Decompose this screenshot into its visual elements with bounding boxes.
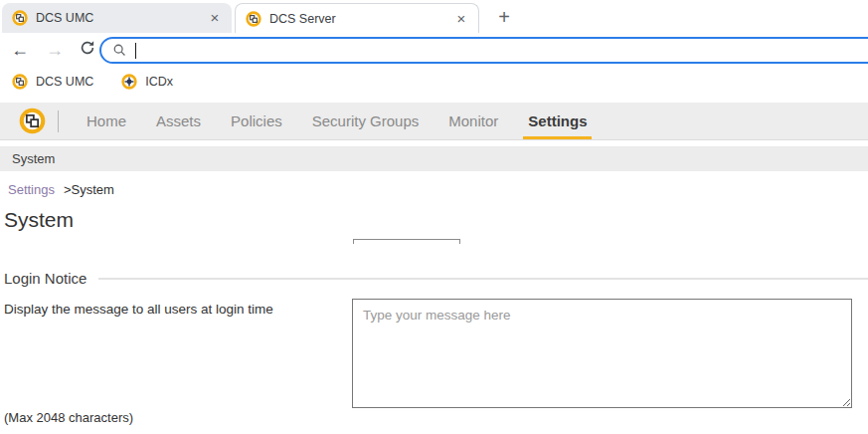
new-tab-button[interactable]: + (491, 5, 517, 31)
tab-strip: DCS UMC × DCS Server × + (0, 0, 868, 33)
nav-items: Home Assets Policies Security Groups Mon… (72, 103, 602, 139)
breadcrumb-settings-link[interactable]: Settings (8, 182, 55, 197)
nav-item-policies[interactable]: Policies (216, 103, 297, 139)
browser-toolbar: ← → (0, 33, 868, 67)
nav-item-assets[interactable]: Assets (141, 103, 216, 139)
section-divider (98, 278, 868, 280)
tab-title: DCS UMC (36, 11, 206, 25)
app-logo-icon[interactable] (19, 108, 46, 134)
address-bar[interactable] (99, 37, 868, 64)
tab-title: DCS Server (269, 12, 452, 26)
icdx-favicon-icon (121, 74, 137, 90)
forward-icon[interactable]: → (44, 39, 66, 61)
max-characters-note: (Max 2048 characters) (4, 410, 133, 425)
address-input[interactable] (136, 41, 868, 61)
search-icon (112, 43, 127, 58)
dcs-favicon-icon (12, 74, 28, 90)
section-bar: System (0, 146, 868, 171)
dcs-favicon-icon (246, 11, 261, 27)
login-notice-section: Login Notice (4, 270, 868, 287)
app-nav-bar: Home Assets Policies Security Groups Mon… (0, 103, 868, 140)
close-icon[interactable]: × (206, 9, 224, 27)
login-notice-heading: Login Notice (4, 270, 87, 287)
login-notice-label: Display the message to all users at logi… (4, 302, 273, 317)
login-notice-textarea[interactable] (352, 299, 852, 408)
browser-window: DCS UMC × DCS Server × + ← → (0, 0, 868, 434)
bookmarks-bar: DCS UMC ICDx (0, 67, 868, 97)
nav-item-settings[interactable]: Settings (513, 103, 602, 139)
breadcrumb: Settings>System (8, 182, 114, 197)
partial-element-outline (353, 239, 460, 244)
nav-divider (58, 110, 59, 132)
nav-item-monitor[interactable]: Monitor (434, 103, 513, 139)
breadcrumb-current: System (72, 182, 114, 197)
bookmark-dcs-umc[interactable]: DCS UMC (12, 74, 93, 90)
dcs-favicon-icon (12, 10, 28, 26)
tab-dcs-server[interactable]: DCS Server × (235, 3, 479, 33)
close-icon[interactable]: × (452, 10, 470, 28)
bookmark-icdx[interactable]: ICDx (121, 74, 173, 90)
reload-icon[interactable] (77, 39, 98, 61)
bookmark-label: ICDx (145, 75, 173, 89)
nav-item-security-groups[interactable]: Security Groups (297, 103, 434, 139)
breadcrumb-separator: > (64, 182, 72, 197)
bookmark-label: DCS UMC (36, 75, 93, 89)
back-icon[interactable]: ← (9, 39, 31, 61)
page-title: System (4, 208, 74, 232)
tab-dcs-umc[interactable]: DCS UMC × (2, 3, 232, 33)
nav-item-home[interactable]: Home (72, 103, 141, 139)
